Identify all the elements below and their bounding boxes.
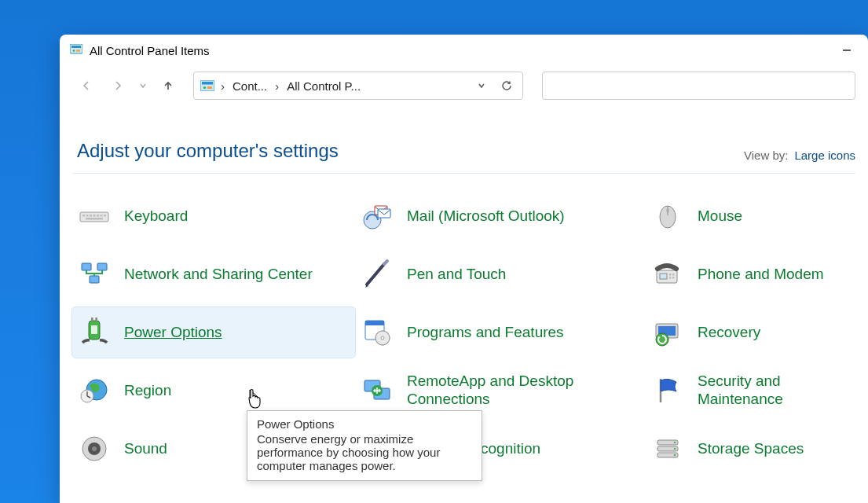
- page-title: Adjust your computer's settings: [77, 140, 744, 162]
- item-keyboard[interactable]: Keyboard: [72, 191, 355, 241]
- minimize-button[interactable]: [829, 38, 865, 63]
- svg-rect-34: [91, 318, 93, 321]
- item-label: Sound: [124, 440, 167, 458]
- item-phone-modem[interactable]: Phone and Modem: [646, 249, 855, 299]
- breadcrumb-root[interactable]: Cont...: [231, 79, 269, 93]
- svg-rect-14: [97, 215, 99, 217]
- tooltip: Power Options Conserve energy or maximiz…: [247, 410, 482, 481]
- network-icon: [77, 257, 112, 292]
- sound-icon: [77, 431, 112, 466]
- svg-rect-13: [93, 215, 96, 217]
- item-label: Storage Spaces: [698, 440, 804, 458]
- svg-point-63: [674, 448, 676, 450]
- item-label: Power Options: [124, 324, 222, 342]
- svg-rect-10: [82, 215, 85, 217]
- svg-point-7: [203, 86, 206, 89]
- region-icon: [77, 373, 112, 408]
- item-remoteapp[interactable]: RemoteApp and Desktop Connections: [355, 365, 646, 416]
- item-pen-touch[interactable]: Pen and Touch: [355, 249, 646, 299]
- svg-rect-26: [90, 276, 99, 283]
- item-storage-spaces[interactable]: Storage Spaces: [646, 424, 855, 474]
- svg-rect-28: [660, 274, 667, 279]
- view-by-selector[interactable]: Large icons: [794, 149, 855, 162]
- item-network-sharing[interactable]: Network and Sharing Center: [72, 249, 355, 299]
- svg-point-23: [666, 208, 668, 213]
- refresh-button[interactable]: [496, 80, 518, 91]
- chevron-right-icon: ›: [272, 79, 282, 93]
- svg-rect-32: [672, 277, 675, 279]
- item-label: RemoteApp and Desktop Connections: [407, 373, 619, 409]
- item-label: Pen and Touch: [407, 266, 506, 284]
- item-label: Mouse: [698, 207, 742, 226]
- tooltip-title: Power Options: [257, 417, 472, 431]
- remoteapp-icon: [360, 373, 394, 408]
- keyboard-icon: [77, 199, 112, 233]
- address-dropdown[interactable]: [471, 81, 493, 90]
- programs-icon: [360, 315, 394, 350]
- svg-point-2: [73, 50, 75, 52]
- up-button[interactable]: [154, 72, 182, 100]
- svg-rect-6: [202, 82, 213, 85]
- recovery-icon: [650, 315, 685, 350]
- item-label: Programs and Features: [407, 324, 564, 342]
- svg-rect-38: [365, 321, 384, 325]
- control-panel-window: All Control Panel Items › Cont... › All …: [60, 35, 868, 503]
- forward-button[interactable]: [104, 72, 132, 100]
- item-label: Region: [124, 382, 171, 400]
- control-panel-icon: [69, 43, 83, 57]
- mail-icon: [360, 199, 394, 233]
- svg-rect-35: [95, 318, 97, 321]
- pen-icon: [360, 257, 394, 292]
- svg-rect-8: [207, 86, 212, 89]
- svg-rect-20: [378, 209, 390, 218]
- addressbar-icon: [200, 80, 214, 91]
- svg-rect-9: [80, 212, 108, 222]
- recent-dropdown[interactable]: [135, 72, 151, 100]
- item-label: Network and Sharing Center: [124, 266, 313, 284]
- svg-point-62: [674, 442, 676, 443]
- tooltip-body: Conserve energy or maximize performance …: [257, 432, 472, 472]
- svg-rect-36: [91, 325, 97, 334]
- address-bar[interactable]: › Cont... › All Control P...: [193, 72, 523, 100]
- svg-rect-12: [90, 215, 92, 217]
- svg-rect-24: [82, 263, 91, 270]
- power-icon: [77, 315, 112, 350]
- svg-rect-30: [672, 274, 675, 276]
- item-power-options[interactable]: Power Options: [72, 307, 355, 358]
- item-label: Mail (Microsoft Outlook): [407, 207, 565, 226]
- item-region[interactable]: Region: [72, 365, 355, 416]
- titlebar: All Control Panel Items: [60, 35, 868, 66]
- phone-icon: [650, 257, 685, 292]
- svg-rect-11: [86, 215, 89, 217]
- svg-point-64: [674, 454, 676, 456]
- item-mouse[interactable]: Mouse: [646, 191, 855, 241]
- search-input[interactable]: [542, 72, 855, 100]
- storage-icon: [650, 431, 685, 466]
- item-recovery[interactable]: Recovery: [646, 307, 855, 358]
- svg-rect-31: [669, 277, 672, 279]
- window-title: All Control Panel Items: [90, 44, 210, 57]
- item-security-maintenance[interactable]: Security and Maintenance: [646, 365, 855, 416]
- svg-rect-16: [104, 215, 106, 217]
- svg-rect-17: [86, 218, 103, 220]
- item-label: Keyboard: [124, 207, 188, 226]
- svg-rect-0: [70, 44, 82, 53]
- desktop-background: All Control Panel Items › Cont... › All …: [0, 0, 868, 503]
- item-label: Phone and Modem: [698, 266, 824, 284]
- svg-rect-29: [669, 274, 672, 276]
- back-button[interactable]: [72, 72, 101, 100]
- breadcrumb-current[interactable]: All Control P...: [285, 79, 362, 93]
- item-label: Recovery: [698, 324, 760, 342]
- item-programs-features[interactable]: Programs and Features: [355, 307, 646, 358]
- chevron-right-icon: ›: [218, 79, 228, 93]
- svg-point-55: [92, 446, 97, 451]
- svg-rect-25: [97, 263, 107, 270]
- flag-icon: [650, 373, 685, 408]
- svg-rect-3: [76, 50, 80, 51]
- svg-point-41: [381, 336, 384, 340]
- mouse-icon: [650, 199, 685, 233]
- item-mail[interactable]: Mail (Microsoft Outlook): [355, 191, 646, 241]
- svg-rect-15: [101, 215, 103, 217]
- item-label: Security and Maintenance: [698, 373, 848, 409]
- svg-rect-1: [71, 46, 81, 48]
